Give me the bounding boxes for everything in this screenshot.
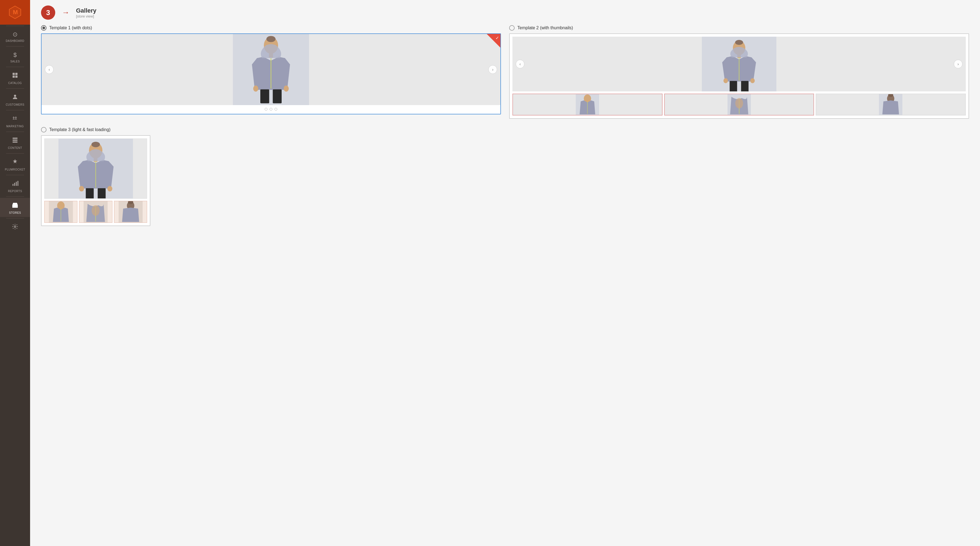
svg-point-42	[735, 98, 743, 109]
sidebar-item-sales[interactable]: $ SALES	[0, 48, 30, 66]
template-3-radio[interactable]	[41, 127, 46, 133]
template-3-thumbnails	[44, 201, 147, 223]
svg-point-25	[283, 86, 289, 92]
template-1-label[interactable]: Template 1 (with dots)	[41, 25, 501, 31]
dot-3[interactable]	[275, 108, 277, 110]
svg-point-24	[253, 86, 258, 92]
gallery-title: Gallery	[76, 7, 97, 14]
t3-thumb-jacket-detail	[79, 201, 112, 222]
t3-thumb-jacket-back	[114, 201, 147, 222]
marketing-icon	[12, 115, 18, 123]
svg-rect-5	[13, 75, 15, 78]
sidebar-logo: M	[0, 0, 30, 25]
step-arrow-icon: →	[62, 8, 70, 17]
svg-point-18	[14, 226, 16, 227]
step-badge: 3	[41, 5, 55, 20]
svg-rect-4	[15, 73, 18, 75]
page-header: 3 → Gallery [store view]	[30, 0, 980, 22]
main-content: 3 → Gallery [store view] Template 1 (wit…	[30, 0, 980, 546]
sidebar-divider	[6, 110, 24, 110]
sidebar-item-content[interactable]: CONTENT	[0, 133, 30, 152]
reports-icon	[12, 180, 18, 188]
gallery-subtitle: [store view]	[76, 14, 97, 18]
template-2-main-image: ‹	[512, 37, 966, 91]
sidebar-item-reports[interactable]: REPORTS	[0, 176, 30, 195]
thumb-jacket-detail	[665, 94, 814, 115]
svg-rect-53	[86, 188, 94, 198]
customers-icon	[12, 94, 18, 102]
content-icon	[12, 137, 18, 145]
sidebar-item-customers[interactable]: CUSTOMERS	[0, 90, 30, 109]
template-2-thumb-1[interactable]	[512, 94, 663, 115]
template-2-thumb-2[interactable]	[664, 94, 814, 115]
t3-thumb-jacket-front	[45, 201, 77, 222]
template-3-text: Template 3 (light & fast loading)	[49, 127, 110, 132]
svg-rect-35	[730, 81, 737, 91]
sidebar-item-stores[interactable]: STORES	[0, 198, 30, 217]
sidebar-item-customers-label: CUSTOMERS	[6, 103, 24, 106]
sidebar-item-catalog[interactable]: CATALOG	[0, 68, 30, 87]
gallery-title-block: Gallery [store view]	[76, 7, 97, 18]
svg-point-60	[92, 205, 100, 216]
sidebar-item-reports-label: REPORTS	[8, 190, 22, 193]
template-3-thumb-3[interactable]	[114, 201, 147, 223]
svg-rect-14	[16, 182, 17, 186]
svg-rect-10	[13, 142, 18, 142]
dot-1[interactable]	[265, 108, 267, 110]
sidebar-item-marketing[interactable]: MARKETING	[0, 112, 30, 131]
sidebar-item-system[interactable]	[0, 219, 30, 236]
sidebar-divider	[6, 196, 24, 197]
template-2-next-arrow[interactable]: ›	[954, 60, 963, 69]
template-1-prev-arrow[interactable]: ‹	[45, 65, 54, 74]
svg-point-48	[92, 142, 100, 147]
template-1-main-image: ‹	[41, 34, 500, 105]
svg-rect-27	[273, 89, 282, 103]
svg-rect-36	[741, 81, 748, 91]
svg-point-30	[735, 40, 743, 45]
sidebar-item-stores-label: STORES	[9, 211, 21, 214]
sidebar-item-catalog-label: CATALOG	[8, 81, 22, 85]
sidebar-item-plumrocket[interactable]: PLUMROCKET	[0, 155, 30, 174]
svg-rect-54	[98, 188, 105, 198]
templates-row-1: Template 1 (with dots) ‹	[41, 25, 969, 119]
svg-point-33	[724, 78, 728, 83]
sidebar: M ⊙ DASHBOARD $ SALES CATALOG CUSTOMERS …	[0, 0, 30, 546]
template-2-thumb-3[interactable]	[816, 94, 966, 115]
dot-2[interactable]	[270, 108, 272, 110]
thumb-jacket-back	[816, 94, 965, 115]
svg-rect-26	[260, 89, 269, 103]
sidebar-item-dashboard-label: DASHBOARD	[6, 40, 24, 42]
sidebar-item-dashboard[interactable]: ⊙ DASHBOARD	[0, 27, 30, 45]
sidebar-divider	[6, 218, 24, 219]
template-3-thumb-1[interactable]	[44, 201, 77, 223]
template-3-main-image	[44, 139, 147, 199]
template-1-text: Template 1 (with dots)	[49, 26, 92, 30]
template-3-label[interactable]: Template 3 (light & fast loading)	[41, 127, 150, 133]
sidebar-divider	[6, 46, 24, 46]
template-1-next-arrow[interactable]: ›	[488, 65, 497, 74]
step-number: 3	[46, 8, 50, 17]
svg-text:M: M	[13, 9, 18, 16]
svg-rect-17	[14, 206, 16, 208]
svg-rect-6	[15, 75, 18, 78]
template-option-2: Template 2 (with thumbnails) ‹	[509, 25, 969, 119]
template-2-prev-arrow[interactable]: ‹	[516, 60, 525, 69]
stores-icon	[12, 202, 18, 210]
sales-icon: $	[13, 51, 17, 59]
system-icon	[12, 224, 18, 231]
sidebar-item-marketing-label: MARKETING	[6, 125, 24, 128]
templates-container: Template 1 (with dots) ‹	[30, 22, 980, 234]
svg-rect-13	[14, 183, 15, 186]
template-option-1: Template 1 (with dots) ‹	[41, 25, 501, 114]
svg-rect-15	[18, 181, 18, 186]
svg-rect-9	[13, 140, 18, 140]
template-2-radio[interactable]	[509, 25, 515, 31]
sidebar-divider	[6, 67, 24, 67]
template-1-radio[interactable]	[41, 25, 46, 31]
template-1-dots	[41, 105, 500, 114]
svg-marker-11	[13, 159, 17, 163]
template-1-preview: ‹	[41, 34, 501, 114]
template-2-label[interactable]: Template 2 (with thumbnails)	[509, 25, 969, 31]
svg-rect-8	[13, 138, 18, 139]
template-3-thumb-2[interactable]	[79, 201, 112, 223]
